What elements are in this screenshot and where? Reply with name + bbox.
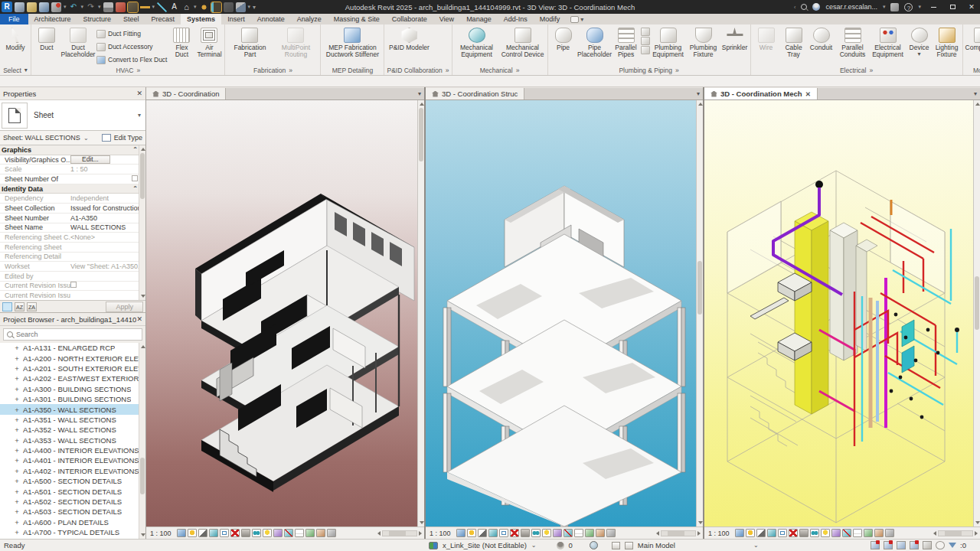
redo-icon[interactable]: ↷ [86,2,96,12]
minimize-button[interactable] [926,2,940,12]
properties-scrollbar[interactable] [139,145,145,300]
worksharing-display-icon[interactable] [885,529,894,537]
worksets-dialog-icon[interactable] [612,542,620,549]
visual-style-icon[interactable] [467,529,476,537]
tree-item[interactable]: +A1-A401 - INTERIOR ELEVATIONS [0,455,145,465]
temporary-hide-isolate-icon[interactable] [263,529,272,537]
flex-duct-button[interactable]: Flex Duct [168,26,194,59]
expand-icon[interactable]: + [14,487,20,496]
property-row[interactable]: WorksetView "Sheet: A1-A350... [0,262,145,272]
expand-icon[interactable]: + [14,507,20,516]
reveal-hidden-elements-icon[interactable] [831,529,841,537]
undo-dropdown-icon[interactable]: ▾ [81,4,84,10]
type-selector[interactable]: Sheet ▾ [0,100,145,131]
selection-ring-icon[interactable] [936,541,945,549]
expand-icon[interactable]: + [14,374,20,383]
tree-item[interactable]: +A1-A503 - SECTION DETAILS [0,507,145,517]
visual-style-icon[interactable] [188,529,197,537]
view-tab-close-icon[interactable]: ✕ [805,90,811,98]
tab-precast[interactable]: Precast [145,14,181,24]
plumbing-expand-icon[interactable]: » [675,67,679,74]
show-crop-region-icon[interactable] [799,529,808,537]
expand-icon[interactable]: + [14,364,20,373]
property-row[interactable]: Current Revision Issu [0,291,145,301]
show-crop-region-icon[interactable] [241,529,250,537]
tree-item[interactable]: +A1-A131 - ENLARGED RCP [0,343,145,353]
worksharing-globe-icon[interactable] [590,541,598,549]
redo-dropdown-icon[interactable]: ▾ [98,4,101,10]
edit-type-button[interactable]: Edit Type [114,134,142,142]
hvac-expand-icon[interactable]: » [136,67,140,74]
unlocked-view-icon[interactable] [531,529,541,537]
vg-edit-button[interactable]: Edit... [70,155,110,164]
property-row[interactable]: Scale1 : 50 [0,165,145,174]
view-canvas-coordination-mech[interactable] [704,100,980,527]
show-analytical-model-icon[interactable] [574,529,583,537]
modify-button[interactable]: Modify [2,26,28,51]
search-box[interactable] [3,328,142,341]
tree-item[interactable]: +A1-A400 - INTERIOR ELEVATIONS [0,445,145,455]
mep-fabrication-ductwork-stiffener-button[interactable]: MEP Fabrication Ductwork Stiffener [323,26,381,59]
cable-tray-button[interactable]: Cable Tray [781,26,807,59]
expand-icon[interactable]: + [14,446,20,455]
sun-path-icon[interactable] [756,529,766,537]
viewport1-vertical-scrollbar[interactable] [417,100,424,527]
view-scale-button[interactable]: 1 : 100 [149,530,175,537]
highlight-displacement-icon[interactable] [585,529,594,537]
close-hidden-windows-icon[interactable] [116,2,126,12]
tab-manage[interactable]: Manage [460,14,498,24]
view-canvas-coordination[interactable] [146,100,424,527]
property-row[interactable]: Referencing Detail [0,253,145,262]
duct-fitting-button[interactable]: Duct Fitting [96,28,167,40]
convert-to-flex-duct-button[interactable]: Convert to Flex Duct [96,54,167,66]
tab-collaborate[interactable]: Collaborate [386,14,433,24]
expand-icon[interactable]: + [14,497,20,506]
temporary-view-properties-icon[interactable] [564,529,573,537]
expand-icon[interactable]: + [14,518,20,527]
expand-icon[interactable]: + [14,528,20,536]
tree-item[interactable]: +A1-A353 - WALL SECTIONS [0,435,145,445]
close-button[interactable]: ✕ [965,2,978,12]
tree-item[interactable]: +A1-A200 - NORTH EXTERIOR ELEVATION [0,353,145,363]
pipe-accessory-icon[interactable] [641,37,650,45]
shadows-icon[interactable] [488,529,498,537]
switch-windows-dropdown-icon[interactable]: ▾ [248,4,251,10]
tab-analyze[interactable]: Analyze [291,14,328,24]
detail-level-icon[interactable] [177,529,186,537]
ribbon-state-icon[interactable] [570,16,579,23]
ribbon-state-dropdown-icon[interactable]: ▾ [580,16,583,23]
signed-in-user[interactable]: cesar.r.escalan... [825,3,877,11]
fabrication-part-button[interactable]: Fabrication Part [227,26,272,59]
tree-item[interactable]: +A1-A700 - TYPICAL DETAILS [0,527,145,537]
show-analytical-model-icon[interactable] [853,529,862,537]
plumbing-equipment-button[interactable]: Plumbing Equipment [652,26,685,59]
air-terminal-button[interactable]: Air Terminal [196,26,222,59]
sync-icon[interactable] [51,2,61,12]
instance-name[interactable]: Sheet: WALL SECTIONS [3,134,80,142]
temporary-hide-isolate-icon[interactable] [542,529,551,537]
viewport2-vertical-scrollbar[interactable] [696,100,703,527]
expand-icon[interactable]: + [14,436,20,445]
expand-icon[interactable]: + [14,425,20,434]
current-revision-checkbox[interactable] [70,282,77,288]
sync-dropdown-icon[interactable]: ▾ [64,4,67,10]
property-row[interactable]: Sheet NumberA1-A350 [0,214,145,223]
temporary-hide-isolate-icon[interactable] [821,529,830,537]
property-row[interactable]: Visibility/Graphics O...Edit... [0,155,145,165]
user-dropdown-icon[interactable]: ▾ [883,4,886,10]
detail-level-icon[interactable] [456,529,466,537]
tab-structure[interactable]: Structure [77,14,118,24]
search-input[interactable] [16,331,139,338]
expand-icon[interactable]: + [14,385,20,393]
instance-dropdown-icon[interactable]: ⌄ [83,135,89,142]
tab-file[interactable]: File [0,14,28,24]
crop-view-icon[interactable] [230,529,240,537]
properties-close-icon[interactable]: ✕ [136,90,142,97]
tree-item[interactable]: +A1-A202 - EAST/WEST EXTERIOR ELEVAT [0,373,145,383]
project-browser-close-icon[interactable]: ✕ [136,315,142,323]
tree-item[interactable]: +A1-A500 - SECTION DETAILS [0,476,145,486]
section-icon[interactable] [199,2,209,12]
reveal-constraints-icon[interactable] [874,529,884,537]
reveal-hidden-elements-icon[interactable] [553,529,562,537]
viewport1-horizontal-scrollbar[interactable] [377,530,422,536]
